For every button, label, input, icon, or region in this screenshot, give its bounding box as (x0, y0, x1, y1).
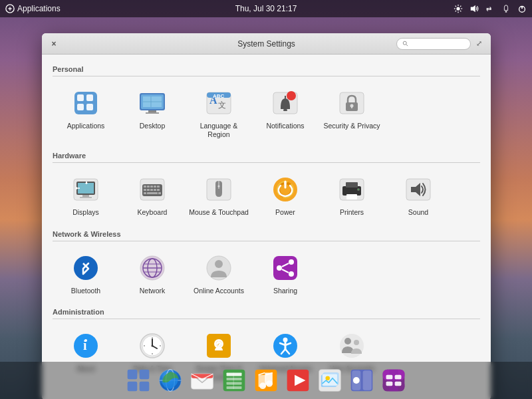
section-network-label: Network & Wireless (53, 225, 480, 241)
svg-rect-67 (144, 192, 146, 194)
setting-security[interactable]: Security & Privacy (319, 82, 385, 144)
svg-rect-141 (227, 373, 242, 376)
dock-spreadsheet[interactable] (219, 366, 249, 395)
sound-icon (402, 174, 434, 205)
setting-displays[interactable]: Displays (53, 168, 119, 222)
svg-rect-65 (157, 189, 160, 191)
svg-rect-24 (86, 104, 93, 110)
dock-video[interactable] (283, 366, 313, 395)
section-admin-label: Administration (53, 303, 480, 319)
dock-settings-toggle[interactable] (347, 366, 376, 395)
network-settings-icon (136, 252, 168, 284)
svg-point-125 (340, 334, 364, 358)
setting-mouse[interactable]: Mouse & Touchpad (186, 168, 252, 222)
svg-rect-78 (342, 186, 361, 196)
setting-language[interactable]: A 文 ABC Language & Region (186, 82, 252, 144)
svg-rect-28 (146, 112, 159, 114)
svg-point-38 (287, 91, 296, 100)
setting-network[interactable]: Network (119, 247, 186, 301)
svg-rect-131 (140, 382, 150, 392)
printers-icon (336, 174, 368, 205)
language-icon: A 文 ABC (203, 87, 235, 119)
svg-rect-48 (82, 195, 89, 197)
setting-notifications[interactable]: Notifications (252, 82, 319, 144)
dock-multitasking[interactable] (124, 366, 153, 395)
svg-point-18 (403, 41, 406, 45)
keyboard-label: Keyboard (138, 208, 168, 217)
svg-point-71 (218, 186, 220, 188)
dock-browser[interactable] (156, 366, 185, 395)
window-close-button[interactable]: × (49, 39, 59, 49)
dock-music[interactable] (251, 366, 281, 395)
svg-rect-63 (150, 189, 153, 191)
setting-keyboard[interactable]: Keyboard (119, 168, 186, 222)
desktop-label: Desktop (140, 122, 166, 130)
notifications-label: Notifications (266, 122, 304, 130)
svg-point-82 (358, 189, 359, 190)
dock-appstore[interactable] (379, 366, 408, 395)
svg-point-3 (456, 7, 460, 10)
svg-point-94 (215, 260, 223, 268)
network-grid: Bluetooth Network (53, 244, 480, 303)
setting-sound[interactable]: Sound (385, 168, 452, 222)
dock (0, 362, 532, 399)
setting-printers[interactable]: Printers (319, 168, 385, 222)
network-label: Network (140, 287, 166, 295)
power-label: Power (275, 208, 295, 217)
printers-label: Printers (340, 208, 364, 217)
svg-rect-62 (147, 189, 150, 191)
window-expand-button[interactable]: ⤢ (473, 39, 484, 49)
svg-rect-80 (346, 194, 357, 200)
svg-rect-79 (346, 182, 358, 188)
svg-rect-139 (192, 374, 213, 378)
setting-desktop[interactable]: Desktop (119, 82, 186, 144)
notifications-icon (269, 87, 301, 119)
svg-rect-159 (323, 374, 338, 386)
svg-rect-39 (283, 109, 287, 111)
screen-time-icon: ✓ (203, 330, 235, 362)
setting-power[interactable]: Power (252, 168, 319, 222)
svg-rect-47 (78, 183, 94, 194)
notification-icon[interactable] (501, 4, 511, 13)
svg-text:文: 文 (218, 100, 226, 110)
svg-point-160 (325, 376, 330, 380)
dock-photos[interactable] (315, 366, 344, 395)
window-search-bar[interactable] (396, 38, 471, 50)
volume-icon[interactable] (469, 4, 479, 13)
mouse-label: Mouse & Touchpad (189, 208, 249, 217)
search-icon (402, 41, 409, 47)
svg-rect-23 (77, 104, 84, 110)
search-input[interactable] (412, 40, 465, 48)
svg-rect-56 (144, 186, 146, 188)
keyboard-icon (136, 174, 168, 205)
svg-line-9 (460, 11, 461, 11)
datetime-display: Thu, Jul 30 21:17 (235, 4, 297, 13)
svg-point-127 (354, 340, 359, 345)
setting-online-accounts[interactable]: Online Accounts (186, 247, 252, 301)
desktop-icon (136, 87, 168, 119)
window-body: Personal Applications (42, 55, 491, 399)
svg-text:⇄: ⇄ (486, 5, 491, 13)
taskbar-top: Applications Thu, Jul 30 21:17 ⇄ (0, 0, 532, 17)
svg-point-97 (277, 265, 282, 271)
svg-point-164 (353, 377, 360, 384)
network-icon[interactable]: ⇄ (485, 4, 495, 13)
svg-rect-171 (386, 382, 393, 386)
window-title: System Settings (237, 39, 295, 49)
setting-applications[interactable]: Applications (53, 82, 119, 144)
displays-icon (70, 174, 102, 205)
dock-mail[interactable] (188, 366, 217, 395)
app-menu[interactable]: Applications (5, 4, 61, 13)
svg-point-85 (74, 256, 98, 280)
svg-point-108 (152, 345, 154, 347)
svg-rect-143 (227, 382, 242, 384)
brightness-icon[interactable] (454, 4, 463, 13)
security-label: Security & Privacy (323, 122, 380, 130)
svg-rect-169 (386, 375, 393, 380)
setting-bluetooth[interactable]: Bluetooth (53, 247, 119, 301)
svg-rect-60 (157, 186, 160, 188)
system-settings-window: × System Settings ⤢ Personal (42, 33, 491, 399)
power-icon[interactable] (517, 4, 527, 13)
displays-label: Displays (72, 208, 99, 217)
setting-sharing[interactable]: Sharing (252, 247, 319, 301)
